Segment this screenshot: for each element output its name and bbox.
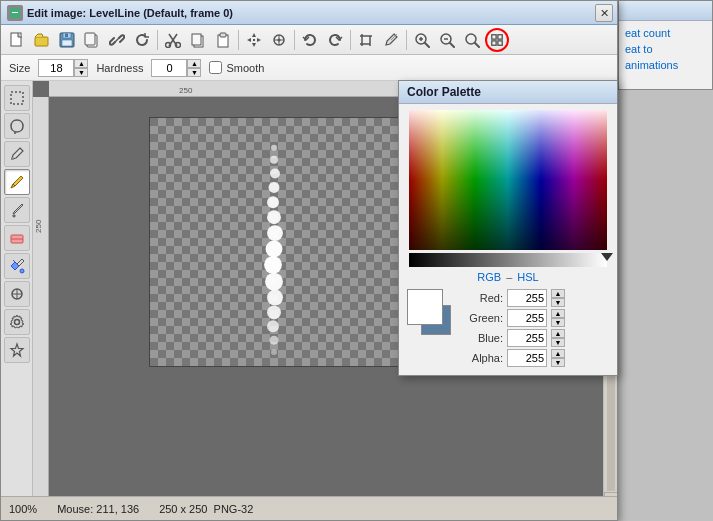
image-dimensions: 250 x 250 PNG-32	[159, 503, 253, 515]
brightness-slider[interactable]	[409, 253, 607, 267]
fill-tool[interactable]	[4, 253, 30, 279]
hardness-spin-btns: ▲ ▼	[187, 59, 201, 77]
color-palette-panel: Color Palette RGB – HSL Red:	[398, 80, 618, 376]
svg-point-72	[270, 336, 279, 345]
blue-label: Blue:	[465, 332, 503, 344]
hardness-spinner[interactable]: ▲ ▼	[151, 59, 201, 77]
svg-point-68	[265, 273, 283, 291]
svg-text:250: 250	[179, 86, 193, 95]
zoom-out-button[interactable]	[435, 28, 459, 52]
bg-item-eat-count[interactable]: eat count	[625, 25, 706, 41]
size-down-btn[interactable]: ▼	[74, 68, 88, 77]
brush-tool[interactable]	[4, 197, 30, 223]
brightness-indicator	[601, 253, 613, 261]
undo-button[interactable]	[298, 28, 322, 52]
eraser-tool[interactable]	[4, 225, 30, 251]
lasso-tool[interactable]	[4, 113, 30, 139]
size-input[interactable]	[38, 59, 74, 77]
toolbar-sep-4	[350, 30, 351, 50]
alpha-label: Alpha:	[465, 352, 503, 364]
app-icon	[7, 5, 23, 21]
red-label: Red:	[465, 292, 503, 304]
copy-image-button[interactable]	[80, 28, 104, 52]
blue-spin: ▲ ▼	[551, 329, 565, 347]
selection-tool[interactable]	[4, 85, 30, 111]
alpha-up-btn[interactable]: ▲	[551, 349, 565, 358]
toolbar-sep-3	[294, 30, 295, 50]
window-title: Edit image: LevelLine (Default, frame 0)	[27, 7, 233, 19]
svg-rect-7	[65, 33, 68, 37]
smooth-checkbox[interactable]	[209, 61, 222, 74]
palette-links: RGB – HSL	[399, 267, 617, 287]
hardness-up-btn[interactable]: ▲	[187, 59, 201, 68]
blue-down-btn[interactable]: ▼	[551, 338, 565, 347]
crop-button[interactable]	[354, 28, 378, 52]
blue-up-btn[interactable]: ▲	[551, 329, 565, 338]
svg-point-14	[176, 42, 181, 47]
zoom-target-button[interactable]	[267, 28, 291, 52]
svg-rect-43	[498, 34, 502, 38]
zoom-in-button[interactable]	[410, 28, 434, 52]
clone-tool[interactable]	[4, 281, 30, 307]
green-spin: ▲ ▼	[551, 309, 565, 327]
green-input[interactable]	[507, 309, 547, 327]
eyedropper-toolbar-button[interactable]	[379, 28, 403, 52]
save-button[interactable]	[55, 28, 79, 52]
svg-point-73	[271, 349, 277, 355]
bg-window-content: eat count eat to animations	[619, 21, 712, 77]
move-button[interactable]	[242, 28, 266, 52]
close-button[interactable]: ✕	[595, 4, 613, 22]
open-button[interactable]	[30, 28, 54, 52]
color-swatches	[407, 289, 457, 345]
zoom-fit-button[interactable]	[460, 28, 484, 52]
refresh-button[interactable]	[130, 28, 154, 52]
copy-button[interactable]	[186, 28, 210, 52]
svg-point-65	[267, 225, 283, 241]
rgb-link[interactable]: RGB	[477, 271, 501, 283]
toolbar-sep-5	[406, 30, 407, 50]
size-spinner[interactable]: ▲ ▼	[38, 59, 88, 77]
hardness-input[interactable]	[151, 59, 187, 77]
svg-rect-3	[35, 37, 48, 46]
redo-button[interactable]	[323, 28, 347, 52]
blue-input[interactable]	[507, 329, 547, 347]
star-tool[interactable]	[4, 337, 30, 363]
color-gradient-picker[interactable]	[409, 110, 607, 250]
cut-button[interactable]	[161, 28, 185, 52]
canvas-image[interactable]	[149, 117, 399, 367]
smooth-checkbox-container[interactable]: Smooth	[209, 61, 264, 74]
eyedropper-tool[interactable]	[4, 141, 30, 167]
svg-text:250: 250	[34, 219, 43, 233]
svg-line-41	[475, 43, 479, 47]
settings-tool[interactable]	[4, 309, 30, 335]
fullscreen-button[interactable]	[485, 28, 509, 52]
alpha-down-btn[interactable]: ▼	[551, 358, 565, 367]
bg-item-eat-to[interactable]: eat to	[625, 41, 706, 57]
green-up-btn[interactable]: ▲	[551, 309, 565, 318]
link-button[interactable]	[105, 28, 129, 52]
toolbar-sep-2	[238, 30, 239, 50]
red-input[interactable]	[507, 289, 547, 307]
svg-rect-23	[253, 39, 255, 41]
paste-button[interactable]	[211, 28, 235, 52]
red-up-btn[interactable]: ▲	[551, 289, 565, 298]
zoom-level: 100%	[9, 503, 37, 515]
hardness-down-btn[interactable]: ▼	[187, 68, 201, 77]
fg-color-swatch[interactable]	[407, 289, 443, 325]
toolbox	[1, 81, 33, 520]
size-up-btn[interactable]: ▲	[74, 59, 88, 68]
svg-rect-18	[220, 33, 226, 37]
hsl-link[interactable]: HSL	[517, 271, 538, 283]
red-down-btn[interactable]: ▼	[551, 298, 565, 307]
hardness-label: Hardness	[96, 62, 143, 74]
size-spin-btns: ▲ ▼	[74, 59, 88, 77]
mouse-position: Mouse: 211, 136	[57, 503, 139, 515]
svg-point-66	[266, 241, 283, 258]
new-button[interactable]	[5, 28, 29, 52]
bg-item-animations[interactable]: animations	[625, 57, 706, 73]
pencil-tool[interactable]	[4, 169, 30, 195]
alpha-input[interactable]	[507, 349, 547, 367]
svg-marker-19	[252, 33, 256, 37]
svg-rect-42	[492, 34, 496, 38]
green-down-btn[interactable]: ▼	[551, 318, 565, 327]
